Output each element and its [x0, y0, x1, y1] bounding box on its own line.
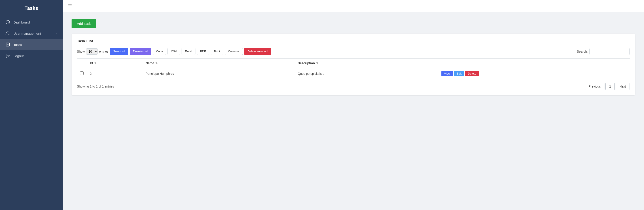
showing-text: Showing 1 to 1 of 1 entries [77, 85, 114, 88]
delete-button[interactable]: Delete [465, 71, 479, 76]
header-actions [438, 59, 630, 68]
header-id[interactable]: ID ⇅ [87, 59, 142, 68]
row-checkbox[interactable] [80, 71, 84, 75]
sidebar-item-tasks[interactable]: Tasks [0, 39, 62, 50]
print-button[interactable]: Print [211, 48, 224, 55]
task-list-card: Task List Show 10 25 50 100 entries Sele… [72, 34, 635, 95]
search-input[interactable] [590, 48, 630, 55]
sort-description-icon: ⇅ [316, 62, 318, 65]
select-all-button[interactable]: Select all [110, 48, 128, 55]
table-header-row: ID ⇅ Name ⇅ Description [77, 59, 630, 68]
delete-selected-button[interactable]: Delete selected [244, 48, 271, 55]
hamburger-icon[interactable]: ☰ [68, 3, 72, 9]
previous-button[interactable]: Previous [585, 83, 604, 90]
row-description: Quos perspiciatis e [294, 68, 438, 79]
main-content: ☰ Add Task Task List Show 10 25 50 100 e… [62, 0, 644, 210]
pagination: Previous 1 Next [585, 83, 630, 90]
search-area: Search: [577, 48, 630, 55]
search-label: Search: [577, 50, 588, 53]
page-1-button[interactable]: 1 [605, 83, 615, 90]
sidebar-nav: Dashboard User management ‹ Tasks Logout [0, 17, 62, 61]
row-checkbox-cell [77, 68, 87, 79]
table-row: 2 Penelope Humphrey Quos perspiciatis e … [77, 68, 630, 79]
header-checkbox-col [77, 59, 87, 68]
topbar: ☰ [62, 0, 644, 12]
dashboard-icon [5, 20, 10, 25]
sidebar-item-dashboard-label: Dashboard [14, 20, 57, 24]
controls-bar: Show 10 25 50 100 entries Select all Des… [77, 48, 630, 55]
users-icon [5, 31, 10, 36]
copy-button[interactable]: Copy [153, 48, 166, 55]
sort-id-icon: ⇅ [94, 62, 96, 65]
tasks-icon [5, 42, 10, 47]
sidebar-item-user-management[interactable]: User management ‹ [0, 28, 62, 39]
sidebar-item-dashboard[interactable]: Dashboard [0, 17, 62, 28]
next-button[interactable]: Next [616, 83, 630, 90]
pdf-button[interactable]: PDF [197, 48, 209, 55]
logout-icon [5, 53, 10, 58]
sidebar-item-user-management-label: User management [14, 32, 53, 35]
sidebar-item-logout[interactable]: Logout [0, 50, 62, 61]
header-description[interactable]: Description ⇅ [294, 59, 438, 68]
chevron-right-icon: ‹ [56, 32, 57, 35]
deselect-all-button[interactable]: Deselect all [130, 48, 152, 55]
sidebar-item-logout-label: Logout [14, 54, 57, 58]
sort-name-icon: ⇅ [156, 62, 158, 65]
action-buttons: View Edit Delete [442, 71, 626, 76]
entries-select[interactable]: 10 25 50 100 [86, 48, 98, 55]
svg-point-1 [6, 32, 8, 33]
row-actions: View Edit Delete [438, 68, 630, 79]
header-name[interactable]: Name ⇅ [142, 59, 294, 68]
table-footer: Showing 1 to 1 of 1 entries Previous 1 N… [77, 83, 630, 90]
excel-button[interactable]: Excel [182, 48, 196, 55]
view-button[interactable]: View [442, 71, 453, 76]
sidebar-item-tasks-label: Tasks [14, 43, 57, 47]
row-name: Penelope Humphrey [142, 68, 294, 79]
entries-label: entries [99, 50, 108, 53]
content-area: Add Task Task List Show 10 25 50 100 ent… [62, 12, 644, 210]
csv-button[interactable]: CSV [168, 48, 180, 55]
sidebar: Tasks Dashboard User management ‹ Tasks [0, 0, 62, 210]
sidebar-title: Tasks [0, 0, 62, 17]
columns-button[interactable]: Columns [225, 48, 243, 55]
add-task-button[interactable]: Add Task [72, 19, 96, 28]
task-table: ID ⇅ Name ⇅ Description [77, 58, 630, 79]
task-list-title: Task List [77, 39, 630, 44]
row-id: 2 [87, 68, 142, 79]
edit-button[interactable]: Edit [454, 71, 464, 76]
show-label: Show [77, 50, 85, 53]
table-body: 2 Penelope Humphrey Quos perspiciatis e … [77, 68, 630, 79]
